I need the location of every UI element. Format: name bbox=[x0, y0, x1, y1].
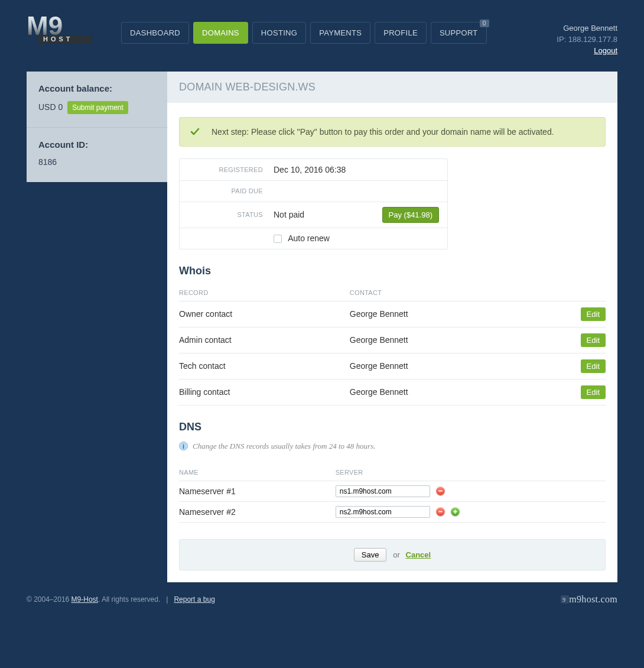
nav-support-label: SUPPORT bbox=[440, 28, 478, 37]
whois-record: Billing contact bbox=[179, 379, 350, 405]
footer-brand: 9 m9host.com bbox=[561, 594, 617, 605]
account-id-title: Account ID: bbox=[38, 140, 155, 150]
table-row: Tech contact George Bennett Edit bbox=[179, 353, 606, 379]
save-button[interactable]: Save bbox=[354, 548, 387, 562]
edit-button[interactable]: Edit bbox=[581, 359, 606, 373]
sidebar: Account balance: USD 0 Submit payment Ac… bbox=[27, 72, 167, 582]
auto-renew-label: Auto renew bbox=[288, 234, 330, 243]
sidebar-accountid-block: Account ID: 8186 bbox=[27, 128, 167, 180]
user-box: George Bennett IP: 188.129.177.8 Logout bbox=[557, 9, 617, 57]
info-icon: i bbox=[179, 442, 188, 450]
logo[interactable]: M9 HOST bbox=[27, 9, 121, 48]
paid-due-label: PAID DUE bbox=[188, 187, 274, 194]
status-label: STATUS bbox=[188, 211, 274, 218]
auto-renew-checkbox[interactable] bbox=[274, 235, 282, 243]
registered-value: Dec 10, 2016 06:38 bbox=[274, 165, 439, 174]
table-row: Nameserver #2 bbox=[179, 501, 606, 522]
content: DOMAIN WEB-DESIGN.WS Next step: Please c… bbox=[167, 72, 617, 582]
whois-contact: George Bennett bbox=[350, 327, 555, 353]
edit-button[interactable]: Edit bbox=[581, 307, 606, 321]
check-icon bbox=[190, 127, 200, 137]
header: M9 HOST DASHBOARD DOMAINS HOSTING PAYMEN… bbox=[27, 0, 617, 72]
nav-profile[interactable]: PROFILE bbox=[375, 22, 427, 44]
dns-col-name: NAME bbox=[179, 465, 336, 481]
table-row: Admin contact George Bennett Edit bbox=[179, 327, 606, 353]
remove-icon[interactable] bbox=[436, 487, 445, 495]
sidebar-balance-block: Account balance: USD 0 Submit payment bbox=[27, 72, 167, 128]
dns-col-server: SERVER bbox=[336, 465, 606, 481]
dns-table: NAME SERVER Nameserver #1 bbox=[179, 465, 606, 523]
whois-col-contact: CONTACT bbox=[350, 286, 555, 301]
whois-heading: Whois bbox=[179, 265, 606, 277]
whois-contact: George Bennett bbox=[350, 301, 555, 327]
ns-name: Nameserver #1 bbox=[179, 481, 336, 501]
cancel-link[interactable]: Cancel bbox=[406, 550, 431, 559]
balance-title: Account balance: bbox=[38, 83, 155, 93]
edit-button[interactable]: Edit bbox=[581, 385, 606, 399]
nav-domains[interactable]: DOMAINS bbox=[193, 22, 248, 44]
whois-table: RECORD CONTACT Owner contact George Benn… bbox=[179, 286, 606, 406]
svg-rect-4 bbox=[438, 511, 442, 513]
details-table: REGISTERED Dec 10, 2016 06:38 PAID DUE S… bbox=[179, 158, 448, 249]
copyright-suffix: . All rights reserved. bbox=[98, 595, 160, 604]
whois-record: Owner contact bbox=[179, 301, 350, 327]
whois-contact: George Bennett bbox=[350, 379, 555, 405]
main: Account balance: USD 0 Submit payment Ac… bbox=[27, 72, 617, 582]
remove-icon[interactable] bbox=[436, 507, 445, 516]
whois-record: Admin contact bbox=[179, 327, 350, 353]
balance-value: USD 0 bbox=[38, 102, 63, 112]
svg-text:HOST: HOST bbox=[43, 35, 73, 43]
dns-heading: DNS bbox=[179, 421, 606, 433]
ns-input[interactable] bbox=[336, 485, 430, 497]
main-nav: DASHBOARD DOMAINS HOSTING PAYMENTS PROFI… bbox=[121, 9, 557, 44]
table-row: Nameserver #1 bbox=[179, 481, 606, 501]
form-actions: Save or Cancel bbox=[179, 539, 606, 570]
nav-support[interactable]: SUPPORT 0 bbox=[431, 22, 487, 44]
nav-dashboard[interactable]: DASHBOARD bbox=[121, 22, 189, 44]
svg-rect-3 bbox=[438, 491, 442, 492]
report-bug-link[interactable]: Report a bug bbox=[174, 595, 214, 604]
nav-payments[interactable]: PAYMENTS bbox=[310, 22, 370, 44]
footer: © 2004–2016 M9-Host. All rights reserved… bbox=[27, 582, 617, 628]
submit-payment-button[interactable]: Submit payment bbox=[67, 101, 128, 114]
copyright-prefix: © 2004–2016 bbox=[27, 595, 71, 604]
page-title: DOMAIN WEB-DESIGN.WS bbox=[167, 72, 617, 103]
user-name: George Bennett bbox=[557, 23, 617, 34]
svg-rect-6 bbox=[453, 511, 457, 513]
footer-brand-link[interactable]: M9-Host bbox=[71, 595, 98, 604]
pay-button[interactable]: Pay ($41.98) bbox=[382, 207, 439, 223]
or-text: or bbox=[393, 550, 400, 559]
user-ip: IP: 188.129.177.8 bbox=[557, 34, 617, 46]
logout-link[interactable]: Logout bbox=[594, 46, 617, 55]
whois-record: Tech contact bbox=[179, 353, 350, 379]
nav-hosting[interactable]: HOSTING bbox=[252, 22, 306, 44]
whois-contact: George Bennett bbox=[350, 353, 555, 379]
registered-label: REGISTERED bbox=[188, 166, 274, 173]
table-row: Billing contact George Bennett Edit bbox=[179, 379, 606, 405]
table-row: Owner contact George Bennett Edit bbox=[179, 301, 606, 327]
account-id-value: 8186 bbox=[38, 157, 155, 167]
ns-name: Nameserver #2 bbox=[179, 501, 336, 522]
svg-text:9: 9 bbox=[562, 596, 565, 603]
alert-text: Next step: Please click "Pay" button to … bbox=[212, 127, 554, 137]
whois-col-record: RECORD bbox=[179, 286, 350, 301]
dns-note: i Change the DNS records usually takes f… bbox=[179, 442, 606, 451]
ns-input[interactable] bbox=[336, 506, 430, 518]
next-step-alert: Next step: Please click "Pay" button to … bbox=[179, 117, 606, 147]
add-icon[interactable] bbox=[451, 507, 460, 516]
dns-note-text: Change the DNS records usually takes fro… bbox=[193, 442, 375, 451]
edit-button[interactable]: Edit bbox=[581, 333, 606, 347]
support-badge: 0 bbox=[480, 20, 489, 27]
status-value: Not paid bbox=[274, 210, 304, 219]
